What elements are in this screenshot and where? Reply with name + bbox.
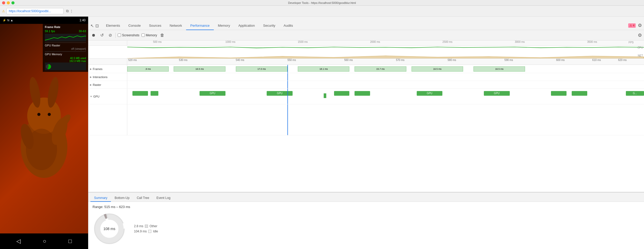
gpu-block-gpu2: GPU [267, 91, 293, 96]
track-row-raster: ▶ Raster [88, 81, 644, 89]
gpu-block-4 [355, 91, 370, 96]
cpu-mini-graph: NET [88, 54, 644, 58]
page-icon-button[interactable]: ⧉ [66, 9, 69, 13]
recents-button[interactable]: □ [68, 238, 72, 245]
memory-label[interactable]: Memory [146, 33, 157, 37]
screenshots-checkbox[interactable] [118, 33, 121, 37]
legend-item-other: 2.8 ms Other [134, 224, 158, 228]
screenshots-label[interactable]: Screenshots [122, 33, 139, 37]
fr-graph-svg [45, 34, 86, 42]
fps-mini-graph: CPU [88, 46, 644, 54]
dtick-530: 530 ms [179, 59, 187, 61]
tab-memory[interactable]: Memory [214, 22, 234, 30]
idle-value: 104.9 ms [134, 230, 147, 233]
tab-application[interactable]: Application [234, 22, 259, 30]
fr-gpu-raster: GPU Raster off (viewport) [45, 44, 86, 50]
gpu-block-gpu4: GPU [484, 91, 510, 96]
dtick-620: 620 ms [618, 59, 627, 61]
frame-block-7: 16.5 ms [473, 66, 525, 72]
tab-event-log[interactable]: Event Log [153, 195, 174, 202]
home-button[interactable]: ○ [43, 238, 46, 245]
address-bar-row: ⚠ ⧉ ⋮ [0, 6, 644, 17]
interactions-content[interactable] [127, 73, 644, 81]
summary-chart-area: 108 ms 2.8 ms Other 104.9 ms [93, 212, 640, 246]
idle-label: Idle [153, 230, 158, 233]
legend-item-idle: 104.9 ms Idle [134, 230, 158, 233]
screenshots-group: Screenshots [118, 33, 139, 37]
fr-gpu-raster-status: off (viewport) [45, 47, 86, 50]
tab-console[interactable]: Console [124, 22, 145, 30]
interactions-label-text: Interactions [93, 75, 108, 79]
tab-performance[interactable]: Performance [186, 22, 214, 30]
close-button[interactable] [2, 1, 5, 4]
gpu-content[interactable]: GPU GPU GPU GPU G... [127, 89, 644, 104]
gpu-block-gpu3: GPU [417, 91, 443, 96]
raster-content[interactable] [127, 81, 644, 88]
tab-network[interactable]: Network [166, 22, 186, 30]
interactions-arrow[interactable]: ▶ [90, 76, 92, 78]
frames-arrow[interactable]: ▶ [90, 68, 92, 70]
tab-security[interactable]: Security [259, 22, 279, 30]
phone-time: 1:40 [80, 18, 86, 22]
tick-1500: 1500 ms [298, 40, 308, 43]
gpu-block-5 [551, 91, 567, 96]
legend-list: 2.8 ms Other 104.9 ms Idle [134, 224, 158, 233]
settings-icon-button[interactable]: ⚙ [638, 23, 642, 28]
fr-gpu-raster-title: GPU Raster [45, 44, 86, 47]
fr-title: Frame Rate [45, 25, 86, 29]
tick-1000: 1000 ms [225, 40, 235, 43]
tab-elements[interactable]: Elements [102, 22, 124, 30]
menu-button[interactable]: ⋮ [70, 9, 73, 13]
gpu-block-gpu1: GPU [200, 91, 225, 96]
gpu-thin-bar [324, 93, 326, 98]
other-label: Other [150, 224, 157, 228]
maximize-button[interactable] [11, 1, 15, 4]
svg-point-9 [48, 113, 51, 116]
dtick-590: 590 ms [505, 59, 513, 61]
memory-checkbox[interactable] [141, 33, 145, 37]
minimize-button[interactable] [7, 1, 10, 4]
reload-record-button[interactable]: ↺ [99, 32, 105, 38]
track-label-gpu: ▼ GPU [88, 89, 127, 104]
window-controls [2, 1, 15, 4]
blue-cursor [287, 65, 288, 73]
tab-summary[interactable]: Summary [90, 195, 111, 202]
frame-block-6: 16.5 ms [412, 66, 463, 72]
responsive-icon-button[interactable]: ⊡ [95, 23, 99, 28]
raster-label-text: Raster [93, 83, 101, 86]
back-button[interactable]: ◁ [16, 238, 21, 245]
dtick-520: 520 ms [127, 59, 137, 61]
delete-button[interactable]: 🗑 [159, 32, 165, 38]
overview-ruler: 500 ms 1000 ms 1500 ms 2000 ms 2500 ms 3… [88, 40, 644, 46]
track-label-frames: ▶ Frames [88, 65, 127, 73]
frame-block-4: 18.1 ms [298, 66, 349, 72]
clear-button[interactable]: ⊘ [107, 32, 113, 38]
track-row-interactions: ▶ Interactions [88, 73, 644, 81]
tab-call-tree[interactable]: Call Tree [133, 195, 153, 202]
capture-settings-button[interactable]: ⚙ [638, 32, 642, 38]
frames-content[interactable]: .9 ms 16.5 ms 17.0 ms 18.1 ms 15.7 ms 16… [127, 65, 644, 73]
address-actions: ⧉ ⋮ [66, 9, 73, 13]
gpu-block-last: G... [626, 91, 644, 96]
donut-chart: 108 ms [93, 212, 126, 246]
cursor-icon-button[interactable]: ↖ [90, 23, 94, 28]
devtools-toolbar: ⏺ ↺ ⊘ Screenshots Memory 🗑 ⚙ [88, 30, 644, 40]
gpu-block-6 [572, 91, 587, 96]
empty-content1 [127, 104, 644, 135]
wifi-icon: ▲ [10, 19, 13, 22]
tab-bottom-up[interactable]: Bottom-Up [111, 195, 133, 202]
fr-fps-value: 59.1 fps [45, 30, 55, 33]
cpu-right-label: CPU [638, 46, 643, 49]
tick-3000: 3000 ms [515, 40, 525, 43]
tab-audits[interactable]: Audits [279, 22, 297, 30]
tab-sources[interactable]: Sources [145, 22, 166, 30]
gpu-arrow[interactable]: ▼ [90, 95, 92, 98]
phone-content: Frame Rate 59.1 fps 30-63 GPU Raster off… [0, 24, 88, 233]
record-button[interactable]: ⏺ [90, 32, 97, 38]
gpu-label-text: GPU [93, 95, 100, 98]
raster-arrow[interactable]: ▶ [90, 84, 92, 86]
other-value: 2.8 ms [134, 224, 143, 228]
signal-icon: N [7, 19, 9, 22]
devtools-panel: ↖ ⊡ Elements Console Sources Network Per… [88, 17, 644, 249]
address-input[interactable] [6, 8, 63, 14]
